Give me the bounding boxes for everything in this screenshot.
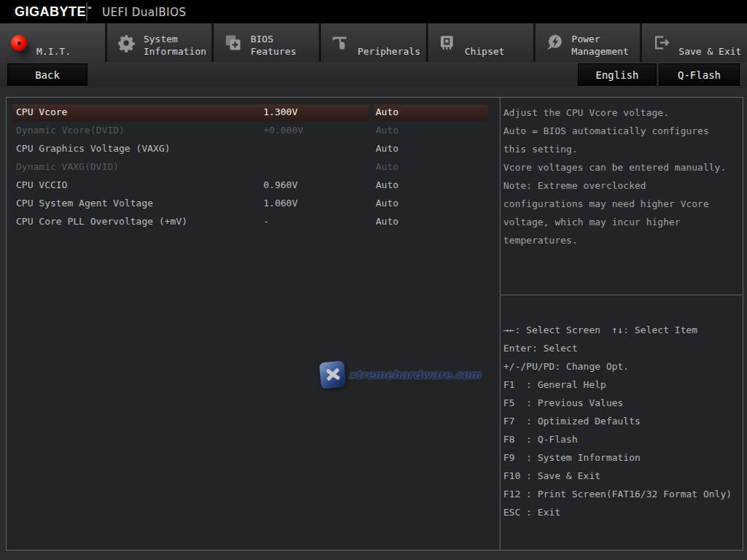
tab-save-exit[interactable]: Save & Exit bbox=[642, 23, 747, 62]
language-button[interactable]: English bbox=[578, 63, 657, 87]
help-line: Note: Extreme overclocked bbox=[503, 176, 740, 195]
tab-label: SystemInformation bbox=[144, 33, 206, 62]
setting-label: Dynamic VAXG(DVID) bbox=[16, 161, 119, 172]
setting-row-cpu-vcore[interactable]: CPU Vcore 1.300V Auto bbox=[7, 104, 500, 122]
setting-option[interactable]: Auto bbox=[376, 106, 398, 117]
help-line: Auto = BIOS automatically configures bbox=[503, 122, 740, 140]
setting-row-cpu-vccio[interactable]: CPU VCCIO 0.960V Auto bbox=[7, 177, 500, 195]
help-line: configurations may need higher Vcore bbox=[503, 195, 740, 213]
setting-label: CPU Graphics Voltage (VAXG) bbox=[16, 143, 170, 154]
tab-label: M.I.T. bbox=[36, 45, 71, 62]
mouse-icon bbox=[329, 30, 351, 56]
content-panels: CPU Vcore 1.300V Auto Dynamic Vcore(DVID… bbox=[6, 97, 743, 551]
tab-system-information[interactable]: SystemInformation bbox=[107, 23, 212, 62]
page-title: UEFI DualBIOS bbox=[102, 6, 186, 19]
setting-option: Auto bbox=[376, 125, 398, 136]
setting-option: Auto bbox=[376, 161, 398, 172]
tab-mit[interactable]: M.I.T. bbox=[0, 23, 105, 62]
shortcut-line: F12 : Print Screen(FAT16/32 Format Only) bbox=[503, 485, 741, 503]
setting-label: CPU VCCIO bbox=[16, 179, 67, 190]
back-button[interactable]: Back bbox=[7, 63, 88, 87]
help-divider bbox=[500, 295, 742, 295]
setting-label: CPU Core PLL Overvoltage (+mV) bbox=[16, 216, 187, 227]
help-line: temperatures. bbox=[503, 231, 740, 249]
tab-peripherals[interactable]: Peripherals bbox=[321, 23, 426, 62]
setting-value: 0.960V bbox=[263, 179, 298, 190]
setting-value: 1.060V bbox=[263, 198, 298, 209]
watermark-x-icon bbox=[319, 361, 346, 389]
bios-icon bbox=[222, 30, 244, 56]
chip-icon bbox=[436, 30, 458, 56]
power-icon bbox=[543, 30, 565, 56]
tab-chipset[interactable]: Chipset bbox=[428, 23, 533, 62]
setting-option[interactable]: Auto bbox=[376, 198, 398, 209]
watermark-text: xtremehardware.com bbox=[349, 368, 481, 381]
shortcut-line: +/-/PU/PD: Change Opt. bbox=[503, 357, 741, 376]
bios-screen: GIGABYTE™ UEFI DualBIOS M.I.T. SystemInf… bbox=[0, 0, 747, 560]
help-line: Adjust the CPU Vcore voltage. bbox=[503, 104, 740, 122]
setting-row-dynamic-vaxg: Dynamic VAXG(DVID) Auto bbox=[7, 159, 500, 177]
settings-panel: CPU Vcore 1.300V Auto Dynamic Vcore(DVID… bbox=[7, 98, 500, 550]
gear-icon bbox=[115, 30, 137, 56]
red-ball-icon bbox=[11, 35, 27, 51]
tab-label: Peripherals bbox=[357, 45, 420, 62]
bottom-strip bbox=[0, 551, 747, 560]
sub-bar: Back English Q-Flash bbox=[0, 62, 747, 88]
shortcut-line: F9 : System Information bbox=[503, 448, 741, 467]
shortcut-line: F8 : Q-Flash bbox=[503, 430, 741, 448]
shortcut-line: ESC : Exit bbox=[503, 503, 741, 521]
help-line: Vcore voltages can be entered manually. bbox=[503, 158, 740, 176]
setting-option[interactable]: Auto bbox=[376, 179, 398, 190]
tab-power-management[interactable]: PowerManagement bbox=[535, 23, 640, 62]
top-bar: GIGABYTE™ UEFI DualBIOS bbox=[0, 0, 747, 23]
help-panel: Adjust the CPU Vcore voltage. Auto = BIO… bbox=[500, 98, 742, 550]
topbar-divider bbox=[86, 2, 88, 21]
tab-label: Chipset bbox=[465, 45, 505, 62]
setting-row-cpu-graphics-voltage[interactable]: CPU Graphics Voltage (VAXG) Auto bbox=[7, 141, 500, 159]
help-line: this setting. bbox=[503, 140, 740, 158]
shortcut-line: →←: Select Screen ↑↓: Select Item bbox=[503, 321, 741, 339]
tab-label: Save & Exit bbox=[678, 45, 741, 62]
tab-label: PowerManagement bbox=[572, 33, 629, 62]
setting-option[interactable]: Auto bbox=[376, 216, 398, 227]
shortcut-line: Enter: Select bbox=[503, 339, 741, 357]
gigabyte-logo: GIGABYTE™ bbox=[15, 4, 93, 20]
setting-label: Dynamic Vcore(DVID) bbox=[16, 125, 125, 136]
setting-value: 1.300V bbox=[263, 106, 298, 117]
setting-value: +0.000V bbox=[263, 125, 303, 136]
qflash-button[interactable]: Q-Flash bbox=[659, 63, 740, 87]
setting-option[interactable]: Auto bbox=[376, 143, 398, 154]
setting-label: CPU System Agent Voltage bbox=[16, 198, 153, 209]
tab-bios-features[interactable]: BIOSFeatures bbox=[214, 23, 319, 62]
keyboard-shortcuts: →←: Select Screen ↑↓: Select Item Enter:… bbox=[503, 321, 741, 521]
setting-row-cpu-system-agent[interactable]: CPU System Agent Voltage 1.060V Auto bbox=[7, 195, 500, 214]
setting-row-cpu-core-pll[interactable]: CPU Core PLL Overvoltage (+mV) - Auto bbox=[7, 214, 500, 232]
setting-value: - bbox=[263, 216, 269, 227]
setting-label: CPU Vcore bbox=[16, 106, 67, 117]
setting-row-dynamic-vcore: Dynamic Vcore(DVID) +0.000V Auto bbox=[7, 122, 500, 141]
tab-bar: M.I.T. SystemInformation BIOSFeatures Pe… bbox=[0, 23, 747, 62]
settings-list: CPU Vcore 1.300V Auto Dynamic Vcore(DVID… bbox=[7, 104, 500, 232]
watermark: xtremehardware.com bbox=[320, 362, 481, 388]
help-line: voltage, which may incur higher bbox=[503, 213, 740, 231]
shortcut-line: F1 : General Help bbox=[503, 376, 741, 394]
help-text: Adjust the CPU Vcore voltage. Auto = BIO… bbox=[503, 104, 740, 249]
shortcut-line: F5 : Previous Values bbox=[503, 394, 741, 412]
exit-icon bbox=[650, 30, 672, 56]
shortcut-line: F10 : Save & Exit bbox=[503, 467, 741, 485]
shortcut-line: F7 : Optimized Defaults bbox=[503, 412, 741, 430]
tab-label: BIOSFeatures bbox=[250, 33, 296, 62]
